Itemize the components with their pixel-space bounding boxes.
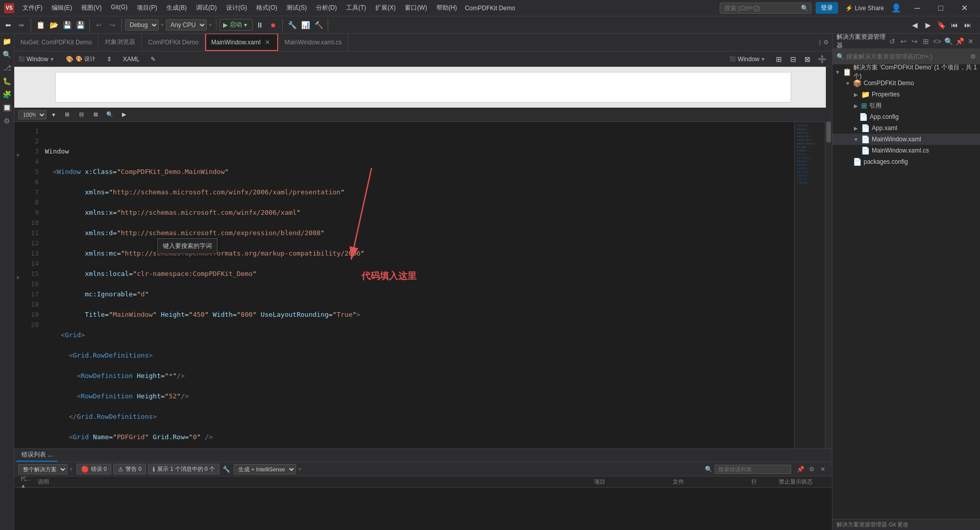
maximize-button[interactable]: □ xyxy=(929,0,952,16)
search-sidebar-icon[interactable]: 🔍 xyxy=(2,49,13,60)
menu-build[interactable]: 生成(B) xyxy=(162,2,191,14)
collapse-arrow-1[interactable]: ▼ xyxy=(15,153,20,158)
tab-objectbrowser[interactable]: 对象浏览器 xyxy=(99,34,142,51)
pause-icon[interactable]: ⏸ xyxy=(254,19,266,31)
menu-view[interactable]: 视图(V) xyxy=(77,2,106,14)
error-settings-icon[interactable]: ⚙ xyxy=(806,464,817,474)
solution-panel-close[interactable]: ✕ xyxy=(966,36,976,46)
menu-format[interactable]: 格式(O) xyxy=(252,2,281,14)
column-view-icon[interactable]: ⊟ xyxy=(787,53,799,65)
solution-search-input[interactable] xyxy=(846,53,968,60)
explorer-icon[interactable]: 📁 xyxy=(2,36,13,47)
tree-item-appconfig[interactable]: 📄 App.config xyxy=(832,111,980,122)
nav-prev-icon[interactable]: ⏮ xyxy=(948,19,961,31)
minimize-button[interactable]: ─ xyxy=(905,0,929,16)
code-content[interactable]: Window <Window x:Class="CompPDFKit_Demo.… xyxy=(41,122,794,448)
error-pin-icon[interactable]: 📌 xyxy=(795,464,805,474)
menu-edit[interactable]: 编辑(E) xyxy=(47,2,76,14)
intellisense-select[interactable]: 生成 + IntelliSense xyxy=(234,464,296,474)
menu-window[interactable]: 窗口(W) xyxy=(401,2,431,14)
debug-sidebar-icon[interactable]: 🐛 xyxy=(2,75,13,87)
global-search-input[interactable] xyxy=(720,3,812,14)
error-scope-select[interactable]: 整个解决方案 xyxy=(18,464,67,474)
open-file-icon[interactable]: 📂 xyxy=(47,19,60,31)
tree-item-mainwindow-xaml[interactable]: ▼ 📄 MainWindow.xaml xyxy=(832,134,980,145)
tree-item-properties[interactable]: ▶ 📁 Properties xyxy=(832,89,980,100)
error-close-icon[interactable]: ✕ xyxy=(818,464,828,474)
menu-analyze[interactable]: 分析(D) xyxy=(312,2,341,14)
grid-toggle-icon[interactable]: ⊟ xyxy=(75,109,87,121)
extensions-icon[interactable]: 🧩 xyxy=(2,89,13,100)
menu-tools[interactable]: 工具(T) xyxy=(342,2,370,14)
edit-btn[interactable]: ✎ xyxy=(146,54,160,64)
tree-item-solution[interactable]: ▼ 📋 解决方案 'ComPDFKit Demo' (1 个项目，共 1 个) xyxy=(832,66,980,78)
designer-dropdown2[interactable]: Window xyxy=(738,56,760,63)
menu-help[interactable]: 帮助(H) xyxy=(432,2,461,14)
tab-close-icon[interactable]: ✕ xyxy=(263,38,272,46)
user-icon[interactable]: 👤 xyxy=(891,3,901,13)
menu-file[interactable]: 文件(F) xyxy=(18,2,46,14)
undo-icon[interactable]: ↩ xyxy=(93,19,105,31)
tabs-scroll-button[interactable]: ⟩ ⚙ xyxy=(818,34,832,51)
toolbox-icon[interactable]: 🔲 xyxy=(2,102,13,113)
properties-icon[interactable]: ⚙ xyxy=(2,115,13,127)
designer-dropdown1[interactable]: Window xyxy=(27,56,48,63)
errors-filter-button[interactable]: 🔴 错误 0 xyxy=(77,464,111,474)
liveshare-button[interactable]: ⚡ Live Share xyxy=(842,3,887,13)
dropdown2-arrow[interactable]: ▾ xyxy=(762,56,765,63)
solution-panel-toolbar5[interactable]: <> xyxy=(932,36,942,46)
panel-settings-icon[interactable]: ⚙ xyxy=(821,37,831,47)
menu-debug[interactable]: 调试(D) xyxy=(192,2,221,14)
save-all-icon[interactable]: 💾 xyxy=(74,19,86,31)
redo-icon[interactable]: ↪ xyxy=(106,19,118,31)
tree-item-appxaml[interactable]: ▶ 📄 App.xaml xyxy=(832,122,980,134)
tab-nuget[interactable]: NuGet: ComPDFKit Demo xyxy=(14,34,99,51)
git-icon[interactable]: ⎇ xyxy=(2,62,13,73)
design-view-btn[interactable]: 🎨 🎨 设计 xyxy=(62,54,100,64)
collapse-arrow-2[interactable]: ▼ xyxy=(15,275,20,281)
row-view-icon[interactable]: ⊠ xyxy=(801,53,814,65)
dropdown1-arrow[interactable]: ▾ xyxy=(51,56,54,63)
solution-panel-toolbar2[interactable]: ↩ xyxy=(898,36,909,46)
zoom-dropdown-icon[interactable]: ▾ xyxy=(48,110,59,120)
editor-scrollbar[interactable] xyxy=(825,122,832,448)
grid-view-icon[interactable]: ⊞ xyxy=(773,53,785,65)
login-button[interactable]: 登录 xyxy=(816,2,838,14)
save-icon[interactable]: 💾 xyxy=(61,19,73,31)
warnings-filter-button[interactable]: ⚠ 警告 0 xyxy=(113,464,146,474)
solution-search-options-icon[interactable]: ⚙ xyxy=(970,53,976,60)
tree-item-mainwindow-cs[interactable]: 📄 MainWindow.xaml.cs xyxy=(832,145,980,156)
start-button[interactable]: ▶ 启动 ▾ xyxy=(219,19,253,31)
solution-explorer-tab[interactable]: 解决方案资源管理器 Git 更改 xyxy=(837,521,909,528)
error-list-tab[interactable]: 错误列表 ... xyxy=(16,449,58,462)
new-project-icon[interactable]: 📋 xyxy=(34,19,46,31)
split-btn[interactable]: ⇕ xyxy=(103,54,116,64)
close-button[interactable]: ✕ xyxy=(952,0,976,16)
stop-icon[interactable]: ■ xyxy=(267,19,279,31)
solution-panel-toolbar6[interactable]: 🔍 xyxy=(943,36,953,46)
menu-design[interactable]: 设计(G) xyxy=(222,2,251,14)
fit-icon[interactable]: ⊞ xyxy=(61,109,73,121)
error-search-input[interactable] xyxy=(715,465,791,474)
tab-mainwindow-cs[interactable]: MainWindow.xaml.cs xyxy=(278,34,348,51)
menu-git[interactable]: Git(G) xyxy=(107,2,132,14)
menu-test[interactable]: 测试(S) xyxy=(282,2,311,14)
tree-item-references[interactable]: ▶ ⊞ 引用 xyxy=(832,100,980,111)
tool2-icon[interactable]: 📊 xyxy=(299,19,311,31)
menu-project[interactable]: 项目(P) xyxy=(133,2,161,14)
more-icon[interactable]: ▶ xyxy=(118,109,130,121)
nav-right-icon[interactable]: ▶ xyxy=(922,19,934,31)
xaml-btn[interactable]: XAML xyxy=(119,54,144,64)
tab-mainwindow-xaml[interactable]: MainWindow.xaml ✕ xyxy=(205,34,279,51)
debug-mode-select[interactable]: Debug xyxy=(125,19,159,31)
platform-select[interactable]: Any CPU xyxy=(166,19,207,31)
menu-ext[interactable]: 扩展(X) xyxy=(371,2,400,14)
solution-panel-toolbar1[interactable]: ↺ xyxy=(887,36,897,46)
add-row-icon[interactable]: ➕ xyxy=(816,53,828,65)
tool3-icon[interactable]: 🔨 xyxy=(312,19,325,31)
forward-button[interactable]: ➡ xyxy=(15,19,28,31)
back-button[interactable]: ⬅ xyxy=(2,19,14,31)
nav-next-icon[interactable]: ⏭ xyxy=(962,19,974,31)
solution-panel-toolbar4[interactable]: ⊞ xyxy=(921,36,931,46)
panel-toggle-icon[interactable]: 🔍 xyxy=(104,109,116,121)
